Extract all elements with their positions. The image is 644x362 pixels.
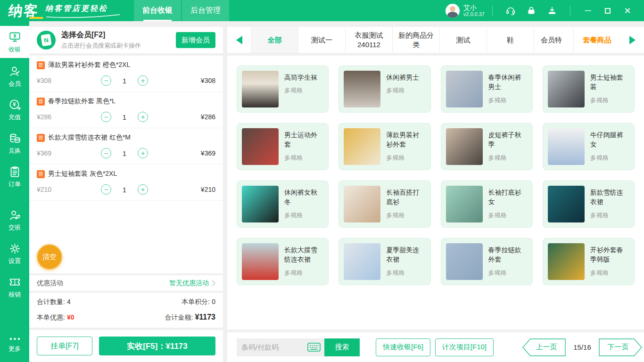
product-image xyxy=(344,243,380,280)
product-card[interactable]: 长款大摆雪纺连衣裙多规格 xyxy=(237,238,329,285)
product-card[interactable]: 长袖打底衫女多规格 xyxy=(441,181,533,228)
prev-page-button[interactable]: 上一页 xyxy=(522,338,566,356)
product-card[interactable]: 皮短裤子秋季多规格 xyxy=(441,123,533,170)
sidebar-item-settings[interactable]: 设置 xyxy=(0,239,29,269)
tab-front-cashier[interactable]: 前台收银 xyxy=(134,0,181,21)
gear-icon xyxy=(8,242,21,255)
maximize-button[interactable] xyxy=(602,5,614,17)
search-button[interactable]: 搜索 xyxy=(324,338,360,356)
minimize-button[interactable]: ─ xyxy=(582,5,594,17)
cart-item[interactable]: 普 长款大摆雪纺连衣裙 红色*M ¥369 − 1 + ¥369 xyxy=(29,128,223,165)
qty-plus-button[interactable]: + xyxy=(138,184,148,195)
product-title: 新款雪纺连衣裙 xyxy=(590,188,629,207)
category-tab-all[interactable]: 全部 xyxy=(251,27,298,53)
category-tab[interactable]: 鞋 xyxy=(487,27,534,53)
download-icon[interactable] xyxy=(546,5,558,16)
tabs-scroll-right-button[interactable] xyxy=(620,27,644,53)
sidebar-item-orders[interactable]: 订单 xyxy=(0,162,29,192)
promo-link[interactable]: 暂无优惠活动 xyxy=(169,279,215,288)
cart-item[interactable]: 普 薄款男装衬衫外套 橙色*2XL ¥308 − 1 + ¥308 xyxy=(29,56,223,92)
logo-accent xyxy=(29,17,43,19)
product-image xyxy=(344,71,380,107)
category-tab-label: 测试一 xyxy=(311,35,332,45)
category-tab[interactable]: 测试一 xyxy=(298,27,345,53)
product-card[interactable]: 夏季甜美连衣裙多规格 xyxy=(339,238,430,285)
product-card[interactable]: 牛仔阔腿裤女多规格 xyxy=(543,123,635,170)
product-card[interactable]: 新款雪纺连衣裙多规格 xyxy=(543,181,635,228)
app-logo: 纳客 xyxy=(8,0,39,21)
product-card[interactable]: 开衫外套春季韩版多规格 xyxy=(543,238,635,285)
customer-service-icon[interactable] xyxy=(505,5,516,16)
product-type-badge: 普 xyxy=(37,98,45,106)
cart-item[interactable]: 普 男士短袖套装 灰色*2XL ¥210 − 1 + ¥210 xyxy=(29,165,223,201)
qty-value: 1 xyxy=(111,77,138,85)
product-card[interactable]: 长袖百搭打底衫多规格 xyxy=(339,181,430,228)
qty-minus-button[interactable]: − xyxy=(101,112,111,122)
category-tab[interactable]: 新的商品分类 xyxy=(392,27,439,53)
sidebar-item-cashier[interactable]: ¥ 收银 xyxy=(0,26,29,58)
category-tab-combo[interactable]: 套餐商品 xyxy=(573,27,620,53)
product-card[interactable]: 春季休闲裤男士多规格 xyxy=(441,66,533,113)
barcode-search-box[interactable] xyxy=(237,338,324,356)
sidebar-item-verify[interactable]: 核销 xyxy=(0,272,29,302)
product-spec: 多规格 xyxy=(284,211,323,220)
product-spec: 多规格 xyxy=(590,96,629,105)
qty-plus-button[interactable]: + xyxy=(138,112,148,122)
qty-plus-button[interactable]: + xyxy=(138,148,148,158)
qty-plus-button[interactable]: + xyxy=(138,75,148,86)
product-card[interactable]: 春季拉链款外套多规格 xyxy=(441,238,533,285)
catalog-bottom-bar: 搜索 快速收银[F6] 计次项目[F10] 上一页 15/16 下一页 xyxy=(227,332,644,362)
product-card[interactable]: 休闲裤女秋冬多规格 xyxy=(237,181,329,228)
category-tab[interactable]: 衣服测试240112 xyxy=(345,27,392,53)
order-discount: 本单优惠:¥0 xyxy=(37,313,74,322)
sidebar: ¥ 收银 会员 ¥ 充值 兑换 订单 交班 设置 核销 xyxy=(0,21,29,362)
cart-item-total: ¥369 xyxy=(201,149,215,157)
product-title: 春季拉链款外套 xyxy=(488,245,528,264)
sidebar-item-shift[interactable]: 交班 xyxy=(0,205,29,235)
ellipsis-icon xyxy=(8,335,21,343)
charge-button[interactable]: 实收[F5]：¥1173 xyxy=(99,337,215,355)
hold-order-button[interactable]: 挂单[F7] xyxy=(37,337,92,355)
sidebar-item-label: 兑换 xyxy=(8,147,21,155)
product-title: 夏季甜美连衣裙 xyxy=(386,245,425,264)
category-tab-truncated[interactable]: 会员特 xyxy=(534,27,573,53)
product-card[interactable]: 男士短袖套装多规格 xyxy=(543,66,635,113)
close-button[interactable]: ✕ xyxy=(621,5,634,17)
clear-cart-button[interactable]: 清空 xyxy=(37,244,62,270)
add-member-button[interactable]: 新增会员 xyxy=(176,32,215,48)
sidebar-item-recharge[interactable]: ¥ 充值 xyxy=(0,95,29,125)
tabs-scroll-left-button[interactable] xyxy=(227,27,251,53)
product-type-badge: 普 xyxy=(37,170,45,178)
next-page-button[interactable]: 下一页 xyxy=(599,338,642,356)
avatar[interactable] xyxy=(446,4,460,18)
sidebar-item-member[interactable]: 会员 xyxy=(0,61,29,91)
qty-minus-button[interactable]: − xyxy=(101,75,111,86)
member-card-icon: N xyxy=(37,31,56,49)
times-item-button[interactable]: 计次项目[F10] xyxy=(435,338,494,356)
member-select-card[interactable]: N 选择会员[F2] 点击进行会员搜索或刷卡操作 新增会员 xyxy=(29,27,223,53)
lock-icon[interactable] xyxy=(526,5,537,16)
order-summary: 合计数量:4 本单积分:0 本单优惠:¥0 合计金额:¥1173 xyxy=(29,293,223,328)
tab-back-manage-label: 后台管理 xyxy=(190,6,221,16)
shift-handover-icon xyxy=(8,209,21,222)
sidebar-item-more[interactable]: 更多 xyxy=(0,329,29,359)
quick-cashier-button[interactable]: 快速收银[F6] xyxy=(376,338,430,356)
qty-minus-button[interactable]: − xyxy=(101,184,111,195)
category-tab-label: 新的商品分类 xyxy=(396,31,436,49)
cart-list: 普 薄款男装衬衫外套 橙色*2XL ¥308 − 1 + ¥308 普 xyxy=(29,56,223,273)
category-tab[interactable]: 测试 xyxy=(439,27,487,53)
product-image xyxy=(344,128,380,165)
keyboard-icon[interactable] xyxy=(307,343,321,352)
product-card[interactable]: 高筒学生袜多规格 xyxy=(237,66,329,113)
product-type-badge: 普 xyxy=(37,134,45,142)
barcode-search-input[interactable] xyxy=(241,343,297,351)
sidebar-item-exchange[interactable]: 兑换 xyxy=(0,128,29,158)
product-title: 开衫外套春季韩版 xyxy=(590,245,629,264)
product-card[interactable]: 休闲裤男士多规格 xyxy=(339,66,430,113)
tab-back-manage[interactable]: 后台管理 xyxy=(182,0,229,21)
cart-item[interactable]: 普 春季拉链款外套 黑色*L ¥286 − 1 + ¥286 xyxy=(29,92,223,128)
product-card[interactable]: 薄款男装衬衫外套多规格 xyxy=(339,123,430,170)
product-card[interactable]: 男士运动外套多规格 xyxy=(237,123,329,170)
qty-minus-button[interactable]: − xyxy=(101,148,111,158)
product-type-badge: 普 xyxy=(37,61,45,69)
